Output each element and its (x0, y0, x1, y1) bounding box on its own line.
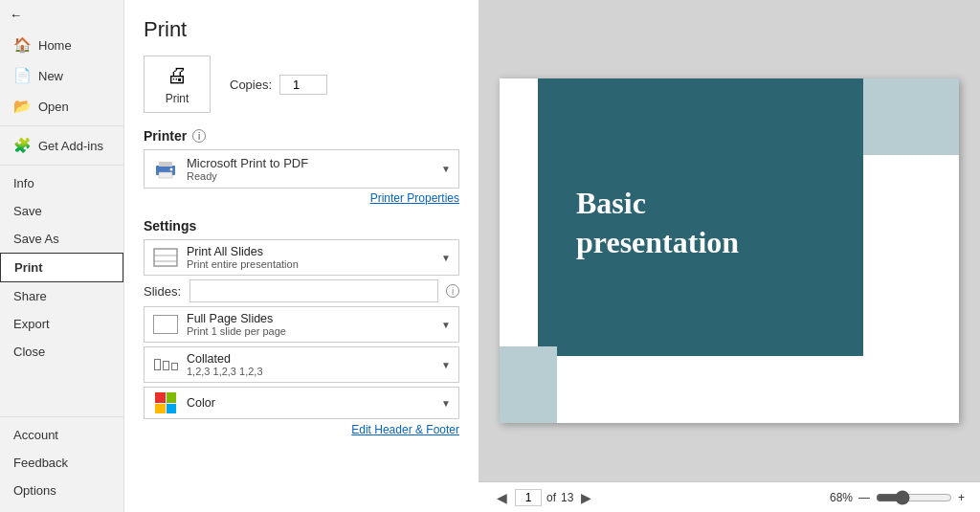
sidebar-item-options[interactable]: Options (0, 477, 123, 504)
setting-left-2: Full Page Slides Print 1 slide per page (152, 312, 286, 337)
setting-row-inner-4: Color ▼ (145, 388, 458, 418)
new-icon: 📄 (13, 67, 31, 84)
sidebar-item-get-addins[interactable]: 🧩 Get Add-ins (0, 130, 123, 161)
sidebar-item-label: Feedback (13, 456, 68, 470)
printer-section-title: Printer (144, 128, 187, 144)
zoom-area: 68% — + (830, 490, 965, 505)
svg-point-3 (170, 167, 173, 170)
setting-collated[interactable]: Collated 1,2,3 1,2,3 1,2,3 ▼ (144, 346, 459, 383)
sidebar-item-label: New (38, 69, 63, 83)
addins-icon: 🧩 (13, 137, 31, 154)
setting3-main: Collated (187, 352, 263, 366)
back-icon: ← (10, 8, 22, 22)
settings-section: Settings (144, 218, 459, 436)
settings-title: Settings (144, 218, 459, 234)
setting1-main: Print All Slides (187, 245, 299, 258)
sidebar-item-print[interactable]: Print (0, 253, 123, 282)
setting-left-4: Color (152, 392, 215, 413)
setting-print-all-slides[interactable]: Print All Slides Print entire presentati… (144, 239, 459, 276)
slide-title: Basic presentation (576, 184, 739, 263)
total-pages: 13 (561, 491, 573, 504)
slide-title-line1: Basic (576, 184, 739, 224)
color-square-red (155, 392, 166, 403)
svg-rect-1 (159, 162, 172, 167)
collated-page-2 (163, 361, 169, 370)
sidebar-item-close[interactable]: Close (0, 338, 123, 366)
sidebar-item-new[interactable]: 📄 New (0, 60, 123, 91)
slides-input[interactable] (189, 279, 438, 302)
full-page-icon (152, 314, 179, 335)
setting-text-3: Collated 1,2,3 1,2,3 1,2,3 (187, 352, 263, 377)
page-of-label: of (546, 491, 556, 504)
setting1-arrow: ▼ (441, 253, 451, 263)
edit-header-footer-link[interactable]: Edit Header & Footer (144, 423, 459, 436)
printer-info-icon[interactable]: i (192, 129, 206, 143)
print-button-icon: 🖨 (167, 63, 188, 88)
setting-color[interactable]: Color ▼ (144, 387, 459, 419)
printer-info: Microsoft Print to PDF Ready (187, 156, 308, 182)
print-panel: Print 🖨 Print Copies: Printer i (124, 0, 479, 512)
setting4-main: Color (187, 396, 215, 410)
color-square-green (167, 392, 177, 403)
page-number-input[interactable] (515, 489, 542, 506)
printer-icon (152, 158, 179, 181)
sidebar-item-label: Home (38, 38, 72, 53)
printer-dropdown-arrow: ▼ (441, 164, 451, 174)
preview-footer: ◀ of 13 ▶ 68% — + (479, 481, 980, 512)
zoom-plus-icon[interactable]: + (958, 491, 965, 504)
sidebar-nav: 🏠 Home 📄 New 📂 Open 🧩 Get Add-ins Info S… (0, 30, 123, 412)
zoom-slider[interactable] (876, 490, 952, 505)
printer-dropdown[interactable]: Microsoft Print to PDF Ready ▼ (144, 149, 459, 189)
setting-full-page[interactable]: Full Page Slides Print 1 slide per page … (144, 306, 459, 343)
svg-rect-4 (154, 249, 177, 266)
color-squares-icon (155, 392, 176, 413)
copies-label: Copies: (230, 78, 272, 92)
setting-row-inner-1: Print All Slides Print entire presentati… (145, 240, 458, 275)
divider-1 (0, 125, 123, 126)
open-icon: 📂 (13, 98, 31, 115)
print-area: Print 🖨 Print Copies: Printer i (124, 0, 980, 512)
sidebar-item-open[interactable]: 📂 Open (0, 91, 123, 122)
home-icon: 🏠 (13, 36, 31, 54)
sidebar-item-info[interactable]: Info (0, 169, 123, 197)
setting3-arrow: ▼ (441, 360, 451, 370)
printer-properties-link[interactable]: Printer Properties (144, 191, 459, 205)
collated-page-1 (154, 359, 161, 370)
color-square-blue (167, 404, 177, 414)
sidebar-item-label: Save (13, 204, 42, 218)
sidebar-item-home[interactable]: 🏠 Home (0, 30, 123, 60)
sidebar-item-label: Options (13, 483, 56, 498)
copies-input[interactable] (279, 75, 327, 95)
print-button[interactable]: 🖨 Print (144, 56, 211, 113)
setting-row-inner-2: Full Page Slides Print 1 slide per page … (145, 307, 458, 342)
sidebar-item-export[interactable]: Export (0, 310, 123, 338)
svg-rect-2 (159, 172, 172, 178)
sidebar-item-feedback[interactable]: Feedback (0, 449, 123, 477)
sidebar-item-label: Export (13, 317, 50, 331)
slides-label: Slides: (144, 284, 182, 299)
collated-icon (152, 354, 179, 375)
slide-title-line2: presentation (576, 223, 739, 263)
sidebar-item-save[interactable]: Save (0, 197, 123, 225)
setting2-arrow: ▼ (441, 320, 451, 330)
next-page-button[interactable]: ▶ (578, 490, 594, 505)
setting-row-inner-3: Collated 1,2,3 1,2,3 1,2,3 ▼ (145, 347, 458, 382)
printer-status: Ready (187, 170, 308, 182)
printer-section: Printer i (144, 128, 459, 205)
zoom-minus-icon[interactable]: — (858, 491, 870, 504)
main-content: Print 🖨 Print Copies: Printer i (124, 0, 980, 512)
slide-preview: Basic presentation (500, 78, 959, 423)
prev-page-button[interactable]: ◀ (494, 490, 510, 505)
print-title: Print (144, 17, 459, 42)
setting1-sub: Print entire presentation (187, 258, 299, 270)
slides-info-icon[interactable]: i (446, 284, 459, 298)
copies-area: Copies: (230, 75, 327, 95)
sidebar-item-account[interactable]: Account (0, 421, 123, 449)
back-button[interactable]: ← (0, 0, 123, 30)
sidebar-item-save-as[interactable]: Save As (0, 225, 123, 253)
setting3-sub: 1,2,3 1,2,3 1,2,3 (187, 366, 263, 377)
print-controls: 🖨 Print Copies: (144, 56, 459, 113)
slide-accent-bottom-left (500, 346, 557, 423)
sidebar-bottom: Account Feedback Options (0, 412, 123, 512)
sidebar-item-share[interactable]: Share (0, 282, 123, 310)
